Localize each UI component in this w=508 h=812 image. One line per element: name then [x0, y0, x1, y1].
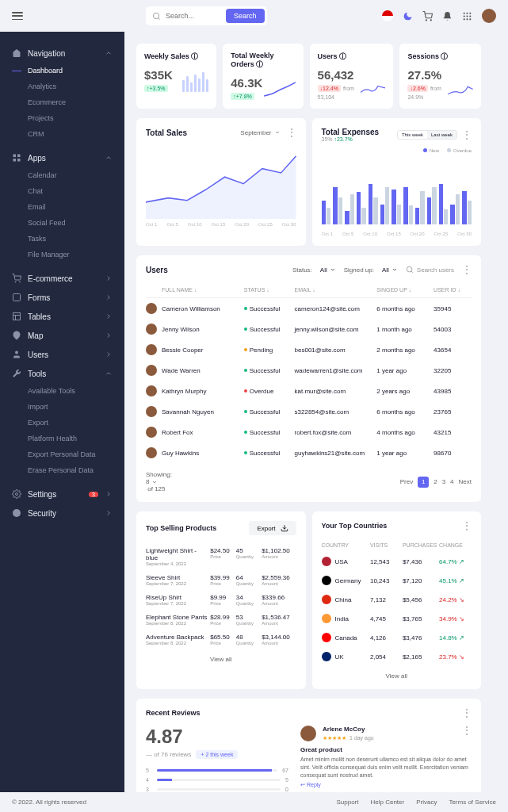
products-view-all[interactable]: View all: [146, 656, 296, 663]
svg-line-27: [411, 271, 413, 273]
footer-link[interactable]: Privacy: [416, 799, 437, 806]
review-item: Arlene McCoy★★★★★1 day ago⋮Great product…: [300, 726, 472, 788]
nav-item[interactable]: Tasks: [28, 231, 124, 247]
nav-users[interactable]: Users: [0, 345, 124, 364]
sidebar: Navigation DashboardAnalyticsEcommercePr…: [0, 32, 124, 812]
signed-filter[interactable]: All: [382, 266, 398, 274]
nav-item[interactable]: Erase Personal Data: [28, 462, 124, 478]
nav-item[interactable]: Analytics: [28, 79, 124, 94]
table-row[interactable]: Savannah NguyenSuccessfuls322854@site.co…: [146, 401, 472, 422]
tab-last-week[interactable]: Last week: [427, 131, 456, 139]
nav-tables[interactable]: Tables: [0, 307, 124, 326]
map-icon: [12, 331, 21, 340]
forms-icon: [12, 293, 21, 302]
nav-item[interactable]: Social Feed: [28, 215, 124, 231]
table-row[interactable]: Robert FoxSuccessfulrobert.fox@site.com4…: [146, 422, 472, 442]
country-row[interactable]: Canada4,126$3,47614.8% ↗: [322, 628, 472, 647]
export-button[interactable]: Export: [249, 521, 296, 535]
nav-item[interactable]: Platform Health: [28, 431, 124, 446]
chevron-right-icon: [105, 331, 113, 339]
reviews-menu[interactable]: ⋮: [462, 708, 472, 718]
sales-menu[interactable]: ⋮: [287, 128, 296, 137]
tab-this-week[interactable]: This week: [398, 131, 427, 139]
nav-navigation[interactable]: Navigation: [0, 44, 124, 63]
table-row[interactable]: Bessie CooperPendingbes001@site.com2 mon…: [146, 339, 472, 360]
page-number[interactable]: 1: [418, 477, 429, 488]
nav-map[interactable]: Map: [0, 326, 124, 345]
nav-item[interactable]: Calendar: [28, 167, 124, 183]
page-number[interactable]: 2: [434, 478, 437, 485]
nav-tools[interactable]: Tools: [0, 364, 124, 383]
product-row[interactable]: Adventure BackpackSeptember 8, 2022$65.5…: [146, 630, 296, 649]
footer-link[interactable]: Support: [336, 799, 358, 806]
nav-item[interactable]: Email: [28, 199, 124, 215]
sales-period-dropdown[interactable]: September: [240, 129, 280, 136]
nav-apps[interactable]: Apps: [0, 148, 124, 167]
country-row[interactable]: UK2,054$2,16523.7% ↘: [322, 647, 472, 666]
grid-icon[interactable]: [462, 11, 472, 21]
status-filter[interactable]: All: [320, 266, 336, 274]
nav-item[interactable]: Available Tools: [28, 383, 124, 399]
country-row[interactable]: China7,132$5,45624.2% ↘: [322, 590, 472, 609]
cart-icon: [12, 274, 21, 283]
nav-item[interactable]: Import: [28, 399, 124, 415]
table-row[interactable]: Wade WarrenSuccessfulwadewarren1@site.co…: [146, 360, 472, 381]
page-prev[interactable]: Prev: [400, 478, 413, 485]
svg-point-10: [464, 18, 465, 20]
expenses-menu[interactable]: ⋮: [462, 130, 472, 140]
nav-item[interactable]: Projects: [28, 110, 124, 126]
page-next[interactable]: Next: [459, 478, 472, 485]
footer-link[interactable]: Help Center: [371, 799, 405, 806]
showing-count[interactable]: 8: [146, 478, 172, 485]
reply-link[interactable]: ↩ Reply: [300, 782, 472, 788]
svg-point-7: [464, 15, 465, 17]
nav-item[interactable]: Export Personal Data: [28, 446, 124, 462]
nav-item[interactable]: Chat: [28, 183, 124, 199]
product-row[interactable]: RiseUp ShirtSeptember 7, 2022$9.99Price3…: [146, 590, 296, 610]
search-button[interactable]: Search: [226, 9, 265, 23]
footer-link[interactable]: Terms of Service: [449, 799, 496, 806]
review-menu[interactable]: ⋮: [462, 726, 472, 735]
table-row[interactable]: Kathryn MurphyOverduekat.mur@site.com2 y…: [146, 381, 472, 401]
svg-point-2: [426, 19, 426, 20]
nav-item[interactable]: Ecommerce: [28, 94, 124, 110]
svg-rect-15: [17, 159, 21, 162]
table-row[interactable]: Guy HawkinsSuccessfulguyhawkins21@site.c…: [146, 442, 472, 463]
page-number[interactable]: 3: [442, 478, 445, 485]
table-row[interactable]: Jenny WilsonSuccessfuljenny.wilson@site.…: [146, 319, 472, 339]
search-input[interactable]: [166, 12, 221, 20]
search-users[interactable]: Search users: [406, 266, 454, 274]
svg-rect-13: [13, 155, 17, 158]
countries-view-all[interactable]: View all: [322, 672, 472, 680]
cart-icon[interactable]: [422, 11, 433, 21]
nav-settings[interactable]: Settings3: [0, 485, 124, 504]
nav-ecommerce[interactable]: E-commerce: [0, 269, 124, 288]
page-number[interactable]: 4: [450, 478, 453, 485]
nav-item[interactable]: File Manager: [28, 247, 124, 262]
chevron-right-icon: [105, 509, 113, 517]
nav-item[interactable]: Dashboard: [28, 63, 124, 79]
nav-security[interactable]: Security: [0, 504, 124, 523]
users-menu[interactable]: ⋮: [462, 265, 472, 274]
country-row[interactable]: India4,745$3,76534.9% ↘: [322, 609, 472, 628]
language-flag[interactable]: [382, 10, 393, 21]
svg-rect-16: [13, 159, 17, 162]
user-avatar[interactable]: [482, 9, 496, 23]
product-row[interactable]: Elephant Stone PantsSeptember 8, 2022$28…: [146, 610, 296, 630]
nav-item[interactable]: Export: [28, 415, 124, 431]
nav-item[interactable]: CRM: [28, 126, 124, 142]
countries-menu[interactable]: ⋮: [462, 521, 472, 530]
product-row[interactable]: Sleeve ShirtSeptember 7, 2022$39.99Price…: [146, 570, 296, 590]
svg-point-9: [469, 15, 471, 17]
bell-icon[interactable]: [442, 11, 453, 21]
svg-line-1: [159, 17, 160, 19]
country-row[interactable]: Germany10,243$7,12045.1% ↗: [322, 571, 472, 590]
menu-toggle[interactable]: [12, 12, 23, 20]
nav-forms[interactable]: Forms: [0, 288, 124, 307]
table-row[interactable]: Cameron WilliamsonSuccessfulcameron124@s…: [146, 298, 472, 319]
country-row[interactable]: USA12,543$7,43664.7% ↗: [322, 552, 472, 571]
svg-point-18: [20, 282, 21, 282]
moon-icon[interactable]: [403, 11, 413, 21]
total-expenses-chart: Total Expenses 35% ↑23.7% This weekLast …: [312, 118, 482, 246]
product-row[interactable]: Lightweight Shirt - blueSeptember 4, 202…: [146, 543, 296, 570]
